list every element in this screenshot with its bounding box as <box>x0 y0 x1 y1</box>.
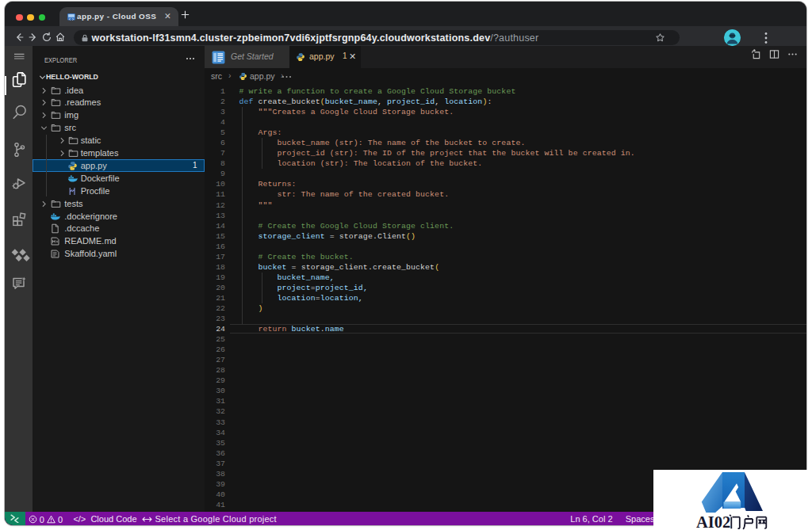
svg-text:AI02: AI02 <box>696 514 730 530</box>
